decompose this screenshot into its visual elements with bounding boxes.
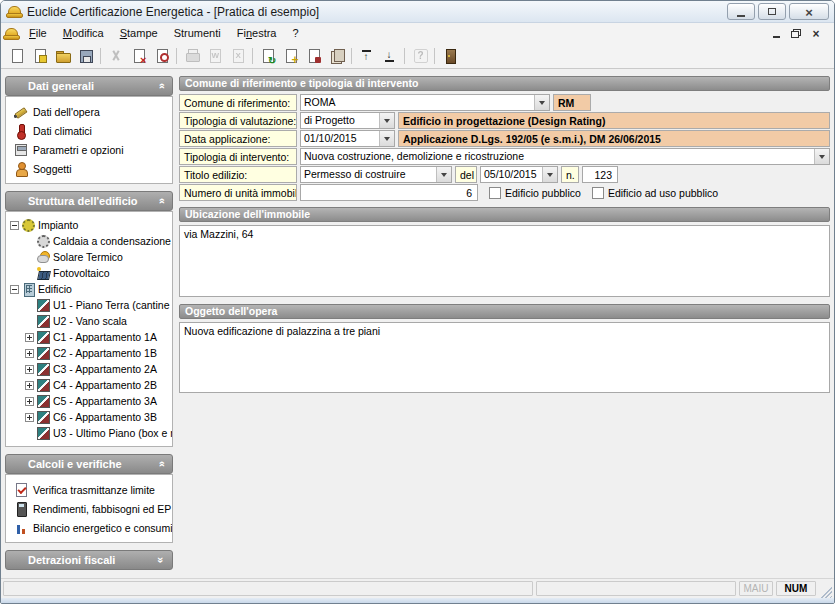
chevron-down-icon[interactable] [379, 131, 394, 146]
tree-item-solare-termico[interactable]: Solare Termico [6, 249, 172, 265]
chevron-icon[interactable]: » [155, 198, 167, 204]
oggetto-textarea[interactable]: Nuova edificazione di palazzina a tre pi… [179, 322, 830, 393]
chevron-down-icon[interactable] [542, 167, 557, 182]
toolbar-separator [100, 48, 101, 64]
section-title: Dati generali [28, 80, 158, 92]
menu-finestra[interactable]: Finestra [229, 25, 285, 41]
import-data-button[interactable] [256, 45, 279, 67]
section-header[interactable]: Detrazioni fiscali » [5, 550, 173, 570]
tree-item-u1[interactable]: U1 - Piano Terra (cantine e [6, 297, 172, 313]
expander-minus-icon[interactable] [10, 285, 19, 294]
chevron-down-icon[interactable] [814, 149, 829, 164]
tree-item-impianto[interactable]: Impianto [6, 217, 172, 233]
duplicate-button[interactable] [325, 45, 348, 67]
tree-item-caldaia[interactable]: Caldaia a condensazione [6, 233, 172, 249]
ubicazione-textarea[interactable]: via Mazzini, 64 [179, 225, 830, 297]
menu-stampe[interactable]: Stampe [112, 25, 166, 41]
tree-item-c4[interactable]: C4 - Appartamento 2B [6, 377, 172, 393]
numero-unita-input[interactable]: 6 [300, 184, 478, 201]
menu-modifica[interactable]: Modifica [55, 25, 112, 41]
tree-item-c1[interactable]: C1 - Appartamento 1A [6, 329, 172, 345]
expander-plus-icon[interactable] [25, 333, 34, 342]
numero-titolo-input[interactable]: 123 [582, 166, 618, 183]
edificio-uso-pubblico-checkbox[interactable] [592, 187, 604, 199]
save-button[interactable] [74, 45, 97, 67]
chevron-down-icon[interactable] [534, 95, 549, 110]
menu-item-label: File [29, 27, 47, 39]
comune-riferimento-combo[interactable]: ROMA [300, 94, 550, 111]
tree-item-c5[interactable]: C5 - Appartamento 3A [6, 393, 172, 409]
mdi-minimize-button[interactable] [768, 26, 784, 40]
tree-item-label: C3 - Appartamento 2A [53, 363, 157, 375]
menu-strumenti[interactable]: Strumenti [166, 25, 229, 41]
tree-item-c2[interactable]: C2 - Appartamento 1B [6, 345, 172, 361]
expand-all-button[interactable] [378, 45, 401, 67]
sidebar-item-dati-climatici[interactable]: Dati climatici [6, 121, 172, 140]
mdi-restore-button[interactable] [788, 26, 804, 40]
mdi-close-button[interactable] [808, 26, 824, 40]
search-document-button[interactable] [150, 45, 173, 67]
expander-plus-icon[interactable] [25, 397, 34, 406]
sidebar-item-label: Dati climatici [33, 125, 92, 137]
data-applicazione-combo[interactable]: 01/10/2015 [300, 130, 395, 147]
open-practice-button[interactable] [28, 45, 51, 67]
solar-icon [37, 251, 50, 264]
expander-plus-icon[interactable] [25, 349, 34, 358]
sidebar-item-bilancio-energetico[interactable]: Bilancio energetico e consumi [6, 518, 172, 537]
sidebar-item-rendimenti-fabbisogni[interactable]: Rendimenti, fabbisogni ed EP [6, 499, 172, 518]
page-del-icon [131, 48, 147, 64]
help-button[interactable] [408, 45, 431, 67]
menu-help[interactable]: ? [284, 25, 306, 41]
tree-item-u3[interactable]: U3 - Ultimo Piano (box e ripo [6, 425, 172, 441]
chevron-icon[interactable]: » [155, 83, 167, 89]
expander-plus-icon[interactable] [25, 365, 34, 374]
menu-item-label: Strumenti [174, 27, 221, 39]
resize-grip[interactable] [819, 585, 832, 598]
data-titolo-combo[interactable]: 05/10/2015 [480, 166, 558, 183]
expander-plus-icon[interactable] [25, 381, 34, 390]
page-pdf-icon [306, 48, 322, 64]
sidebar-item-soggetti[interactable]: Soggetti [6, 159, 172, 178]
close-button[interactable] [789, 3, 829, 20]
menu-items: FileModificaStampeStrumentiFinestra? [21, 25, 307, 41]
tipologia-intervento-combo[interactable]: Nuova costruzione, demolizione e ricostr… [300, 148, 830, 165]
sidebar-item-verifica-trasmittanze[interactable]: Verifica trasmittanze limite [6, 480, 172, 499]
minimize-button[interactable] [727, 3, 755, 20]
maximize-button[interactable] [758, 3, 786, 20]
cut-button[interactable] [104, 45, 127, 67]
export-excel-button[interactable] [226, 45, 249, 67]
application-window: Euclide Certificazione Energetica - [Pra… [0, 0, 835, 604]
tree-item-c6[interactable]: C6 - Appartamento 3B [6, 409, 172, 425]
tree-item-fotovoltaico[interactable]: Fotovoltaico [6, 265, 172, 281]
chevron-down-icon[interactable] [436, 167, 451, 182]
section-header[interactable]: Dati generali » [5, 76, 173, 96]
chevron-icon[interactable]: » [155, 461, 167, 467]
chevron-icon[interactable]: » [155, 557, 167, 563]
sidebar-item-dati-opera[interactable]: Dati dell'opera [6, 102, 172, 121]
print-button[interactable] [180, 45, 203, 67]
add-document-button[interactable] [279, 45, 302, 67]
tree-item-u2[interactable]: U2 - Vano scala [6, 313, 172, 329]
section-header[interactable]: Struttura dell'edificio » [5, 191, 173, 211]
expander-plus-icon[interactable] [25, 413, 34, 422]
exit-button[interactable] [438, 45, 461, 67]
collapse-all-button[interactable] [355, 45, 378, 67]
chevron-down-icon[interactable] [379, 113, 394, 128]
edificio-pubblico-checkbox[interactable] [489, 187, 501, 199]
tree-item-edificio[interactable]: Edificio [6, 281, 172, 297]
delete-document-button[interactable] [127, 45, 150, 67]
tree-item-c3[interactable]: C3 - Appartamento 2A [6, 361, 172, 377]
export-word-button[interactable] [203, 45, 226, 67]
export-pdf-button[interactable] [302, 45, 325, 67]
titolo-edilizio-combo[interactable]: Permesso di costruire [300, 166, 452, 183]
menu-file[interactable]: File [21, 25, 55, 41]
expander-minus-icon[interactable] [10, 221, 19, 230]
open-folder-button[interactable] [51, 45, 74, 67]
sidebar-item-parametri-opzioni[interactable]: Parametri e opzioni [6, 140, 172, 159]
unit-icon [37, 315, 50, 328]
tree-item-label: Solare Termico [53, 251, 123, 263]
form-row-comune: Comune di riferimento: ROMA RM [179, 94, 830, 111]
section-header[interactable]: Calcoli e verifiche » [5, 454, 173, 474]
new-document-button[interactable] [5, 45, 28, 67]
tipologia-valutazione-combo[interactable]: di Progetto [300, 112, 395, 129]
